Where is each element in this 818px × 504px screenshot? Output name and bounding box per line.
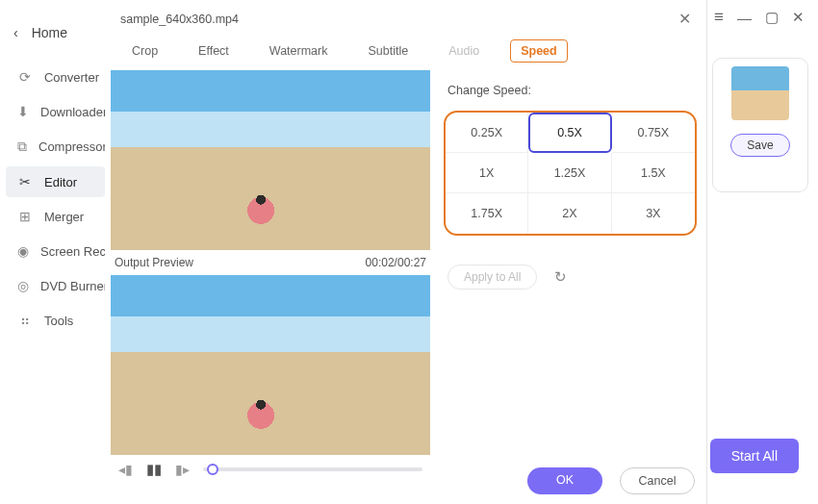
output-card: Save — [712, 58, 808, 192]
sidebar-item-screen-recorder[interactable]: ◉Screen Recorder — [6, 236, 105, 266]
apply-to-all-button[interactable]: Apply to All — [447, 265, 537, 290]
sidebar-item-label: Merger — [44, 210, 84, 224]
editor-icon: ✂ — [17, 174, 33, 189]
merger-icon: ⊞ — [17, 209, 33, 224]
save-button[interactable]: Save — [730, 134, 790, 157]
output-preview — [111, 275, 430, 455]
sidebar-item-label: Converter — [44, 70, 99, 85]
sidebar-item-label: Downloader — [40, 105, 105, 119]
speed-option-3x[interactable]: 3X — [612, 193, 695, 234]
tools-icon: ⠶ — [17, 313, 33, 328]
sidebar-item-downloader[interactable]: ⬇Downloader — [6, 96, 105, 127]
editor-tabs: CropEffectWatermarkSubtitleAudioSpeed — [111, 34, 706, 70]
sidebar: ‹ Home ⟳Converter⬇Downloader⧉Compressor✂… — [0, 0, 111, 504]
back-home-button[interactable]: ‹ Home — [0, 12, 111, 58]
converter-icon: ⟳ — [17, 69, 33, 85]
cancel-button[interactable]: Cancel — [620, 467, 695, 494]
speed-option-1-5x[interactable]: 1.5X — [612, 153, 695, 193]
speed-option-1x[interactable]: 1X — [446, 153, 528, 193]
close-window-button[interactable]: ✕ — [792, 9, 805, 26]
menu-icon[interactable]: ≡ — [714, 8, 724, 27]
change-speed-label: Change Speed: — [447, 84, 697, 97]
pause-button[interactable]: ▮▮ — [146, 461, 162, 478]
output-thumbnail — [731, 66, 789, 120]
speed-option-2x[interactable]: 2X — [528, 193, 611, 234]
speed-option-0-5x[interactable]: 0.5X — [528, 113, 611, 153]
prev-frame-button[interactable]: ◂▮ — [118, 462, 133, 477]
tab-effect[interactable]: Effect — [189, 40, 239, 62]
tab-crop[interactable]: Crop — [122, 40, 167, 62]
editor-dialog: sample_640x360.mp4 ✕ CropEffectWatermark… — [111, 0, 707, 504]
source-preview — [111, 70, 430, 250]
minimize-button[interactable]: — — [737, 10, 752, 26]
dvd-burner-icon: ◎ — [17, 278, 29, 293]
sidebar-item-label: Compressor — [38, 139, 105, 154]
sidebar-item-compressor[interactable]: ⧉Compressor — [6, 131, 105, 163]
seek-track — [203, 467, 422, 471]
start-all-button[interactable]: Start All — [710, 439, 799, 473]
playback-time: 00:02/00:27 — [366, 256, 426, 269]
screen-recorder-icon: ◉ — [17, 243, 29, 259]
tab-subtitle[interactable]: Subtitle — [358, 40, 418, 62]
speed-option-1-25x[interactable]: 1.25X — [528, 153, 611, 193]
speed-option-0-75x[interactable]: 0.75X — [612, 113, 695, 153]
output-preview-label: Output Preview — [115, 256, 193, 269]
sidebar-item-label: DVD Burner — [40, 279, 105, 293]
tab-audio: Audio — [439, 40, 489, 62]
ok-button[interactable]: OK — [527, 467, 602, 494]
compressor-icon: ⧉ — [17, 139, 27, 155]
speed-grid: 0.25X0.5X0.75X1X1.25X1.5X1.75X2X3X — [444, 111, 697, 236]
sidebar-item-label: Screen Recorder — [40, 244, 105, 259]
dialog-title: sample_640x360.mp4 — [120, 13, 239, 26]
seek-slider[interactable] — [203, 463, 422, 476]
chevron-left-icon: ‹ — [13, 25, 18, 40]
sidebar-item-converter[interactable]: ⟳Converter — [6, 62, 105, 92]
sidebar-item-merger[interactable]: ⊞Merger — [6, 201, 105, 232]
home-label: Home — [32, 25, 67, 40]
sidebar-item-tools[interactable]: ⠶Tools — [6, 305, 105, 336]
sidebar-item-label: Tools — [44, 314, 73, 328]
tab-speed[interactable]: Speed — [510, 39, 568, 63]
downloader-icon: ⬇ — [17, 104, 29, 119]
sidebar-item-dvd-burner[interactable]: ◎DVD Burner — [6, 270, 105, 301]
speed-option-1-75x[interactable]: 1.75X — [446, 193, 528, 234]
seek-knob[interactable] — [207, 464, 218, 475]
speed-option-0-25x[interactable]: 0.25X — [446, 113, 528, 153]
reset-icon[interactable]: ↻ — [550, 265, 571, 290]
close-dialog-button[interactable]: ✕ — [673, 8, 697, 30]
maximize-button[interactable]: ▢ — [765, 9, 779, 26]
sidebar-item-label: Editor — [44, 175, 77, 189]
tab-watermark[interactable]: Watermark — [260, 40, 338, 62]
next-frame-button[interactable]: ▮▸ — [175, 462, 190, 477]
sidebar-item-editor[interactable]: ✂Editor — [6, 166, 105, 197]
